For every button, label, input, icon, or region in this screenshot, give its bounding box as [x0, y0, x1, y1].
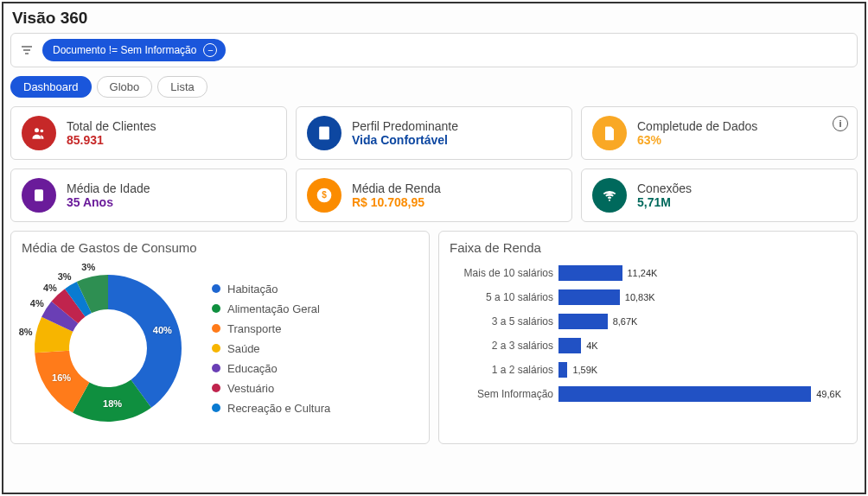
svg-rect-6: [322, 128, 324, 130]
metric-value: 63%: [637, 133, 757, 147]
file-icon: [592, 116, 627, 150]
tab-lista[interactable]: Lista: [157, 76, 207, 98]
remove-filter-icon[interactable]: −: [203, 43, 217, 57]
legend-label: Recreação e Cultura: [227, 402, 330, 415]
metric-card: Total de Clientes85.931: [10, 106, 287, 160]
bar-category: Mais de 10 salários: [450, 267, 553, 279]
metric-card: Conexões5,71M: [581, 169, 858, 222]
tab-globo[interactable]: Globo: [97, 76, 153, 98]
metric-label: Perfil Predominante: [352, 119, 458, 133]
legend-item: Saúde: [212, 342, 330, 355]
info-icon[interactable]: i: [833, 116, 848, 131]
metric-card: $Média de RendaR$ 10.708,95: [296, 169, 572, 222]
bar-value: 10,83K: [625, 292, 655, 302]
legend-dot: [212, 284, 220, 293]
bar-category: 1 a 2 salários: [450, 364, 553, 376]
income-bar-chart: Mais de 10 salários11,24K5 a 10 salários…: [450, 262, 846, 405]
legend-item: Educação: [212, 362, 330, 375]
legend-item: Habitação: [212, 283, 330, 296]
bar-row: Sem Informação49,6K: [450, 386, 841, 402]
bar-fill: [558, 314, 608, 329]
person-icon: [22, 178, 56, 213]
dollar-icon: $: [307, 178, 341, 213]
legend-item: Recreação e Cultura: [212, 402, 330, 415]
bar-category: 3 a 5 salários: [450, 315, 553, 327]
metric-label: Total de Clientes: [67, 119, 156, 133]
metric-card: Completude de Dados63%i: [581, 106, 858, 160]
spend-donut-chart: 40%18%16%8%4%4%3%3%: [22, 262, 195, 435]
svg-text:$: $: [322, 190, 327, 200]
bar-fill: [558, 386, 811, 402]
bar-category: Sem Informação: [450, 388, 553, 400]
filter-bar: Documento != Sem Informação −: [10, 33, 858, 67]
bar-row: 2 a 3 salários4K: [450, 338, 841, 353]
income-chart-card: Faixa de Renda Mais de 10 salários11,24K…: [438, 231, 858, 444]
page-title: Visão 360: [10, 9, 858, 28]
bar-value: 8,67K: [613, 316, 638, 327]
bar-fill: [558, 265, 622, 281]
legend-label: Educação: [227, 362, 278, 375]
metric-value: 5,71M: [637, 195, 692, 209]
spend-chart-title: Média de Gastos de Consumo: [22, 240, 418, 255]
filter-icon[interactable]: [18, 41, 35, 59]
metric-label: Conexões: [637, 181, 692, 195]
svg-point-11: [609, 200, 610, 201]
legend-dot: [212, 304, 220, 313]
metric-label: Completude de Dados: [637, 119, 757, 133]
legend-label: Vestuário: [227, 382, 274, 395]
legend-item: Alimentação Geral: [212, 302, 330, 315]
bar-fill: [558, 289, 620, 305]
legend-label: Alimentação Geral: [227, 302, 320, 315]
svg-point-3: [35, 128, 39, 132]
bar-row: Mais de 10 salários11,24K: [450, 265, 841, 281]
legend-label: Transporte: [227, 322, 281, 335]
bar-value: 4K: [586, 340, 597, 351]
income-chart-title: Faixa de Renda: [450, 240, 846, 255]
bar-value: 49,6K: [816, 389, 841, 399]
spend-legend: HabitaçãoAlimentação GeralTransporteSaúd…: [212, 283, 330, 415]
metric-card: Média de Idade35 Anos: [10, 169, 287, 222]
metric-card: Perfil PredominanteVida Confortável: [296, 106, 572, 160]
bar-value: 11,24K: [628, 268, 658, 278]
legend-dot: [212, 364, 220, 372]
bar-row: 5 a 10 salários10,83K: [450, 289, 841, 305]
svg-rect-7: [35, 189, 43, 200]
legend-dot: [212, 404, 220, 412]
bar-category: 5 a 10 salários: [450, 291, 553, 303]
filter-chip-label: Documento != Sem Informação: [53, 44, 196, 56]
tabs: DashboardGloboLista: [10, 76, 858, 98]
tab-dashboard[interactable]: Dashboard: [10, 76, 92, 98]
bar-fill: [558, 362, 567, 378]
svg-point-4: [41, 130, 44, 133]
legend-label: Habitação: [227, 283, 278, 296]
filter-chip[interactable]: Documento != Sem Informação −: [42, 39, 226, 61]
wifi-icon: [592, 178, 627, 213]
svg-point-8: [37, 192, 40, 194]
spend-chart-card: Média de Gastos de Consumo 40%18%16%8%4%…: [10, 231, 430, 444]
metric-value: 85.931: [67, 133, 156, 147]
legend-item: Transporte: [212, 322, 330, 335]
donut-slice-label: 3%: [58, 271, 72, 282]
metric-label: Média de Renda: [352, 181, 441, 195]
book-icon: [307, 116, 341, 150]
users-icon: [22, 116, 56, 150]
donut-slice-label: 18%: [103, 398, 122, 409]
donut-slice-label: 4%: [43, 283, 57, 293]
bar-fill: [558, 338, 581, 353]
donut-slice-label: 16%: [52, 372, 71, 383]
donut-slice-label: 3%: [81, 262, 95, 272]
legend-dot: [212, 344, 220, 353]
legend-item: Vestuário: [212, 382, 330, 395]
metric-label: Média de Idade: [67, 181, 150, 195]
bar-row: 3 a 5 salários8,67K: [450, 314, 841, 329]
bar-category: 2 a 3 salários: [450, 340, 553, 352]
legend-label: Saúde: [227, 342, 260, 355]
bar-row: 1 a 2 salários1,59K: [450, 362, 841, 378]
metric-value: Vida Confortável: [352, 133, 458, 147]
donut-slice-label: 4%: [30, 298, 44, 308]
bar-value: 1,59K: [572, 365, 597, 375]
metric-value: R$ 10.708,95: [352, 195, 441, 209]
metric-value: 35 Anos: [67, 195, 150, 209]
donut-slice-label: 40%: [153, 325, 172, 335]
legend-dot: [212, 324, 220, 333]
